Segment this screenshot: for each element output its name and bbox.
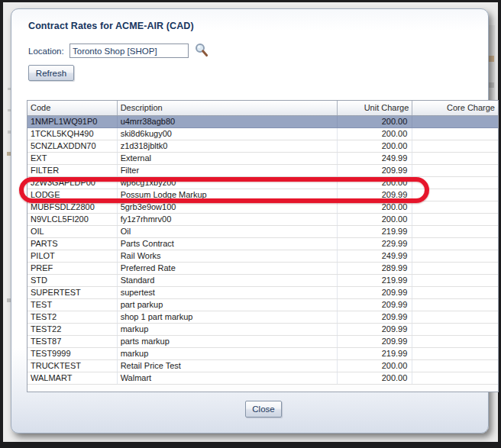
column-header-description[interactable]: Description bbox=[118, 101, 338, 115]
background-artifact bbox=[489, 82, 494, 88]
close-button[interactable]: Close bbox=[245, 401, 282, 417]
cell-code: SUPERTEST bbox=[27, 287, 118, 298]
cell-core-charge bbox=[412, 165, 498, 176]
cell-core-charge bbox=[412, 140, 498, 152]
cell-unit-charge: 209.99 bbox=[338, 311, 413, 323]
cell-description: External bbox=[118, 153, 338, 164]
cell-description: ski8d6kugy00 bbox=[118, 128, 338, 140]
table-row[interactable]: TEST2 shop 1 part markup 209.99 bbox=[27, 311, 498, 324]
table-footer-strip bbox=[27, 385, 498, 392]
magnifier-icon bbox=[195, 49, 208, 60]
rates-table-body: 1NMPL1WQ91P0 u4mrr38agb80 200.00 1TCKL5K… bbox=[27, 116, 498, 385]
table-row[interactable]: TEST part parkup 209.99 bbox=[27, 299, 498, 311]
table-row[interactable]: OIL Oil 219.99 bbox=[27, 226, 498, 238]
location-search-button[interactable] bbox=[195, 43, 208, 58]
cell-unit-charge: 209.99 bbox=[338, 299, 413, 311]
cell-description: Rail Works bbox=[118, 250, 338, 262]
cell-description: wp6cg1xbyz00 bbox=[118, 177, 338, 189]
cell-description: 5grb3e9ow100 bbox=[118, 201, 338, 213]
cell-description: Parts Contract bbox=[118, 238, 338, 250]
cell-code: OIL bbox=[27, 226, 118, 237]
cell-code: EXT bbox=[27, 153, 118, 164]
location-input[interactable] bbox=[69, 44, 189, 58]
cell-core-charge bbox=[412, 324, 498, 335]
table-row[interactable]: 1NMPL1WQ91P0 u4mrr38agb80 200.00 bbox=[27, 116, 498, 128]
cell-description: part parkup bbox=[118, 299, 338, 311]
cell-code: 5CNZLAXDDN70 bbox=[27, 140, 118, 152]
cell-unit-charge: 200.00 bbox=[338, 372, 413, 384]
table-row[interactable]: PARTS Parts Contract 229.99 bbox=[27, 238, 498, 250]
cell-core-charge bbox=[412, 153, 498, 164]
cell-code: MUBFSDLZ2800 bbox=[27, 201, 118, 213]
table-row[interactable]: TEST9999 markup 219.99 bbox=[27, 348, 498, 360]
table-row[interactable]: N9VLCL5FI200 fy1z7rhmrv00 200.00 bbox=[27, 214, 498, 226]
cell-description: u4mrr38agb80 bbox=[118, 116, 338, 127]
cell-core-charge bbox=[412, 299, 498, 311]
column-header-unit-charge[interactable]: Unit Charge bbox=[338, 101, 413, 115]
cell-core-charge bbox=[412, 201, 498, 213]
cell-core-charge bbox=[412, 116, 498, 127]
cell-code: J2W3GAPLDP00 bbox=[27, 177, 118, 189]
cell-code: PREF bbox=[27, 263, 118, 274]
table-row[interactable]: 5CNZLAXDDN70 z1d318jbltk0 200.00 bbox=[27, 140, 498, 153]
column-header-code[interactable]: Code bbox=[27, 101, 118, 115]
cell-core-charge bbox=[412, 348, 498, 359]
cell-core-charge bbox=[412, 128, 498, 140]
cell-unit-charge: 219.99 bbox=[338, 275, 413, 286]
cell-core-charge bbox=[412, 177, 498, 189]
cell-core-charge bbox=[412, 214, 498, 225]
contract-rates-dialog: Contract Rates for ACME-AIR (CAD) Locati… bbox=[11, 8, 489, 433]
cell-description: fy1z7rhmrv00 bbox=[118, 214, 338, 225]
location-label: Location: bbox=[28, 47, 64, 56]
cell-core-charge bbox=[412, 311, 498, 323]
cell-unit-charge: 219.99 bbox=[338, 226, 413, 237]
cell-core-charge bbox=[412, 360, 498, 372]
cell-core-charge bbox=[412, 287, 498, 298]
table-row[interactable]: 1TCKL5KQH490 ski8d6kugy00 200.00 bbox=[27, 128, 498, 140]
cell-core-charge bbox=[412, 372, 498, 384]
cell-unit-charge: 249.99 bbox=[338, 153, 413, 164]
table-row[interactable]: PREF Preferred Rate 289.99 bbox=[27, 263, 498, 275]
table-row[interactable]: TEST87 parts markup 209.99 bbox=[27, 336, 498, 348]
cell-core-charge bbox=[412, 336, 498, 347]
cell-code: 1TCKL5KQH490 bbox=[27, 128, 118, 140]
cell-core-charge bbox=[412, 226, 498, 237]
cell-code: PARTS bbox=[27, 238, 118, 250]
cell-description: z1d318jbltk0 bbox=[118, 140, 338, 152]
cell-unit-charge: 200.00 bbox=[338, 116, 413, 127]
cell-description: Filter bbox=[118, 165, 338, 176]
cell-core-charge bbox=[412, 189, 498, 201]
table-row[interactable]: J2W3GAPLDP00 wp6cg1xbyz00 200.00 bbox=[27, 177, 498, 189]
table-row[interactable]: TRUCKTEST Retail Price Test 200.00 bbox=[27, 360, 498, 372]
cell-code: TEST22 bbox=[27, 324, 118, 335]
table-row[interactable]: STD Standard 219.99 bbox=[27, 275, 498, 287]
refresh-button[interactable]: Refresh bbox=[28, 65, 74, 81]
table-row[interactable]: EXT External 249.99 bbox=[27, 153, 498, 165]
table-row[interactable]: MUBFSDLZ2800 5grb3e9ow100 200.00 bbox=[27, 201, 498, 214]
table-row[interactable]: PILOT Rail Works 249.99 bbox=[27, 250, 498, 263]
cell-core-charge bbox=[412, 263, 498, 274]
cell-description: Possum Lodge Markup bbox=[118, 189, 338, 201]
table-row[interactable]: LODGE Possum Lodge Markup 209.99 bbox=[27, 189, 498, 201]
table-row[interactable]: SUPERTEST supertest 209.99 bbox=[27, 287, 498, 299]
cell-description: Oil bbox=[118, 226, 338, 237]
cell-unit-charge: 200.00 bbox=[338, 140, 413, 152]
cell-unit-charge: 200.00 bbox=[338, 214, 413, 225]
cell-unit-charge: 229.99 bbox=[338, 238, 413, 250]
cell-code: FILTER bbox=[27, 165, 118, 176]
column-header-core-charge[interactable]: Core Charge bbox=[412, 101, 498, 115]
table-row[interactable]: TEST22 markup 209.99 bbox=[27, 324, 498, 336]
cell-code: LODGE bbox=[27, 189, 118, 201]
cell-code: TEST9999 bbox=[27, 348, 118, 359]
cell-description: supertest bbox=[118, 287, 338, 298]
cell-unit-charge: 200.00 bbox=[338, 360, 413, 372]
cell-code: N9VLCL5FI200 bbox=[27, 214, 118, 225]
table-row[interactable]: WALMART Walmart 200.00 bbox=[27, 372, 498, 385]
cell-unit-charge: 219.99 bbox=[338, 348, 413, 359]
dialog-title: Contract Rates for ACME-AIR (CAD) bbox=[28, 21, 194, 31]
cell-core-charge bbox=[412, 250, 498, 262]
cell-core-charge bbox=[412, 238, 498, 250]
table-row[interactable]: FILTER Filter 209.99 bbox=[27, 165, 498, 177]
cell-code: STD bbox=[27, 275, 118, 286]
cell-unit-charge: 209.99 bbox=[338, 336, 413, 347]
